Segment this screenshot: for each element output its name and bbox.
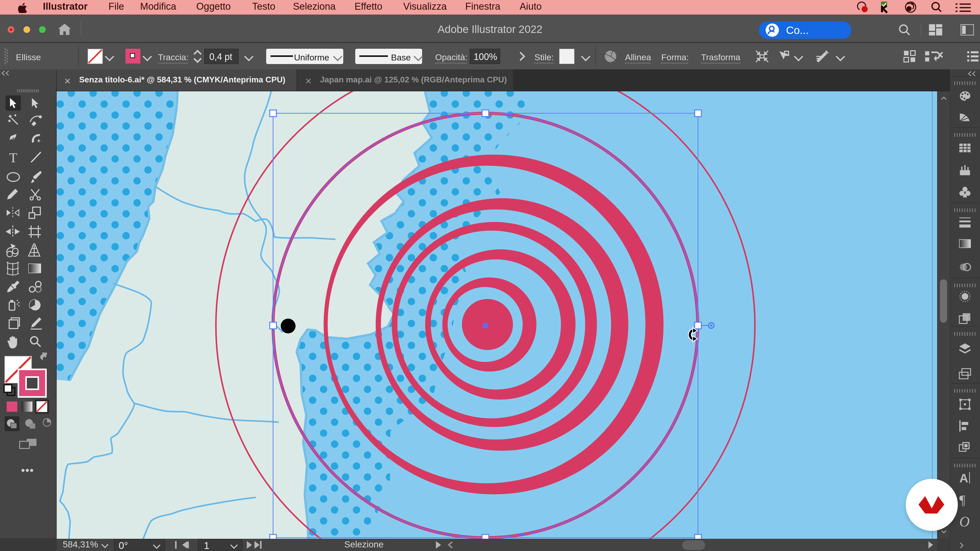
- svg-text:T: T: [9, 151, 18, 165]
- svg-text:A: A: [959, 472, 968, 485]
- svg-text:O: O: [959, 514, 969, 530]
- svg-text:¶: ¶: [959, 493, 966, 507]
